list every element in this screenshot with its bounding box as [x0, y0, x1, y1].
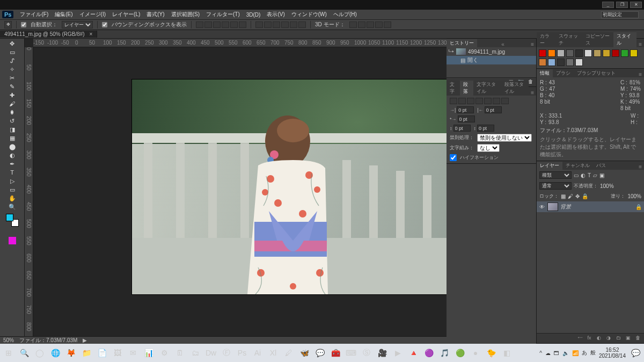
clone-source-tab[interactable]: コピーソース [582, 32, 613, 47]
style-swatch[interactable] [594, 49, 601, 57]
auto-select-checkbox[interactable] [21, 22, 26, 27]
styles-tab[interactable]: スタイル [613, 32, 636, 47]
taskbar-app[interactable]: Dw [204, 346, 217, 359]
lock-pos-icon[interactable]: ✥ [575, 193, 580, 199]
taskbar-app[interactable]: Xl [267, 346, 280, 359]
space-after-input[interactable] [477, 125, 494, 132]
layer-fx-icon[interactable]: fx [586, 335, 593, 342]
history-source[interactable]: ⮡ 4994111_m.jpg [447, 47, 536, 56]
tray-icon[interactable]: 🔈 [562, 350, 569, 356]
left-indent-input[interactable] [457, 106, 474, 113]
taskbar-app[interactable]: 📊 [142, 346, 155, 359]
heal-tool[interactable]: ✚ [8, 91, 17, 99]
paths-tab[interactable]: パス [593, 162, 609, 170]
auto-select-dropdown[interactable]: レイヤー [62, 21, 93, 28]
blend-mode-dropdown[interactable]: 通常 [539, 182, 572, 190]
right-indent-input[interactable] [485, 106, 502, 113]
foreground-color[interactable] [6, 214, 13, 221]
tray-icon[interactable]: 般 [590, 349, 596, 357]
taskbar-app[interactable]: 📁 [80, 346, 93, 359]
style-swatch[interactable] [612, 49, 619, 57]
eraser-tool[interactable]: ◨ [8, 126, 17, 134]
style-swatch[interactable] [566, 59, 574, 66]
taskbar-app[interactable]: ⌨ [345, 346, 357, 359]
type-tool[interactable]: T [8, 169, 17, 177]
tray-icon[interactable]: あ [582, 349, 587, 357]
fill-value[interactable]: 100% [627, 193, 641, 199]
style-swatch[interactable] [539, 59, 546, 66]
move-tool[interactable]: ✥ [8, 40, 17, 48]
hand-tool[interactable]: ✋ [8, 194, 17, 202]
style-swatch[interactable] [548, 59, 555, 66]
layer-mask-icon[interactable]: ◐ [595, 335, 603, 342]
filter-smart-icon[interactable]: ▣ [599, 172, 604, 178]
menu-help[interactable]: ヘルプ(H) [333, 11, 357, 18]
new-layer-icon[interactable]: ▣ [624, 335, 632, 342]
style-swatch[interactable] [621, 49, 628, 57]
stamp-tool[interactable]: ⧯ [8, 108, 17, 117]
window-maximize-button[interactable]: ❐ [616, 2, 628, 8]
taskbar-app[interactable]: 🗂 [189, 346, 202, 359]
style-swatch[interactable] [539, 49, 546, 57]
taskbar-app[interactable]: 🔺 [407, 346, 420, 359]
mojikumi-dropdown[interactable]: なし [477, 144, 500, 152]
layer-thumbnail[interactable] [547, 202, 558, 211]
bbox-checkbox[interactable] [102, 22, 107, 27]
filter-pixel-icon[interactable]: ▭ [574, 172, 579, 178]
panel-menu-icon[interactable]: ≡ [529, 41, 536, 47]
lock-trans-icon[interactable]: ▦ [561, 193, 566, 199]
taskbar-app[interactable]: 🐤 [485, 346, 497, 359]
menu-layer[interactable]: レイヤー(L) [112, 11, 140, 18]
taskbar-app[interactable]: ● [469, 346, 482, 359]
style-swatch[interactable] [557, 49, 565, 57]
taskbar-app[interactable]: 🎵 [438, 346, 451, 359]
color-tab[interactable]: カラー [537, 32, 555, 47]
taskbar-app[interactable]: 🟣 [422, 346, 435, 359]
layer-name[interactable]: 背景 [560, 203, 571, 211]
taskbar-app[interactable]: ◯ [33, 346, 46, 359]
taskbar-app[interactable]: 🖼 [111, 346, 124, 359]
style-swatch[interactable] [575, 59, 583, 66]
tray-icon[interactable]: ☁ [545, 350, 551, 356]
document-tab[interactable]: 4994111_m.jpg @ 50% (RGB/8#) × [0, 31, 97, 38]
menu-window[interactable]: ウィンドウ(W) [291, 11, 327, 18]
wand-tool[interactable]: ✧ [8, 66, 17, 74]
char-style-tab[interactable]: 文字スタイル [473, 81, 501, 96]
space-before-input[interactable] [453, 125, 471, 132]
taskbar-app[interactable]: 🗓 [173, 346, 186, 359]
workspace-switcher[interactable] [601, 10, 644, 19]
taskbar-app[interactable]: Ps [236, 346, 248, 359]
zoom-tool[interactable]: 🔍 [8, 203, 17, 211]
paragraph-tab[interactable]: 段落 [460, 81, 473, 96]
dodge-tool[interactable]: ◐ [8, 151, 17, 160]
foreground-background-colors[interactable] [6, 214, 19, 227]
document-tab-close[interactable]: × [89, 31, 92, 37]
brush-preset-tab[interactable]: ブラシプリセット [574, 69, 619, 77]
style-swatch[interactable] [603, 49, 610, 57]
filter-adjust-icon[interactable]: ◐ [581, 172, 586, 178]
path-tool[interactable]: ▷ [8, 177, 17, 185]
taskbar-app[interactable]: Ⓢ [360, 346, 373, 359]
taskbar-app[interactable]: 🟢 [453, 346, 466, 359]
lock-all-icon[interactable]: 🔒 [582, 193, 588, 199]
style-swatch[interactable] [630, 49, 638, 57]
taskbar-app[interactable]: 🎥 [376, 346, 389, 359]
layers-tab[interactable]: レイヤー [537, 162, 562, 170]
panel-menu-icon[interactable]: ≡ [636, 164, 644, 170]
canvas-area[interactable]: -150-100-5005010015020025030035040045050… [25, 39, 447, 344]
menu-edit[interactable]: 編集(E) [55, 11, 72, 18]
shape-tool[interactable]: ▭ [8, 186, 17, 194]
brush-tab[interactable]: ブラシ [553, 69, 574, 77]
brush-tool[interactable]: 🖌 [8, 100, 17, 108]
status-zoom[interactable]: 50% [3, 337, 14, 343]
taskbar-app[interactable]: 🧰 [329, 346, 342, 359]
taskbar-app[interactable]: Ⓕ [220, 346, 233, 359]
taskbar-app[interactable]: ▶ [391, 346, 404, 359]
swatches-tab[interactable]: スウォッチ [555, 32, 582, 47]
character-tab[interactable]: 文字 [447, 81, 460, 96]
quick-mask-toggle[interactable] [9, 237, 16, 244]
taskbar-app[interactable]: 🖊 [282, 346, 295, 359]
taskbar-app[interactable]: Ai [251, 346, 264, 359]
channels-tab[interactable]: チャンネル [562, 162, 593, 170]
style-swatch[interactable] [575, 49, 583, 57]
